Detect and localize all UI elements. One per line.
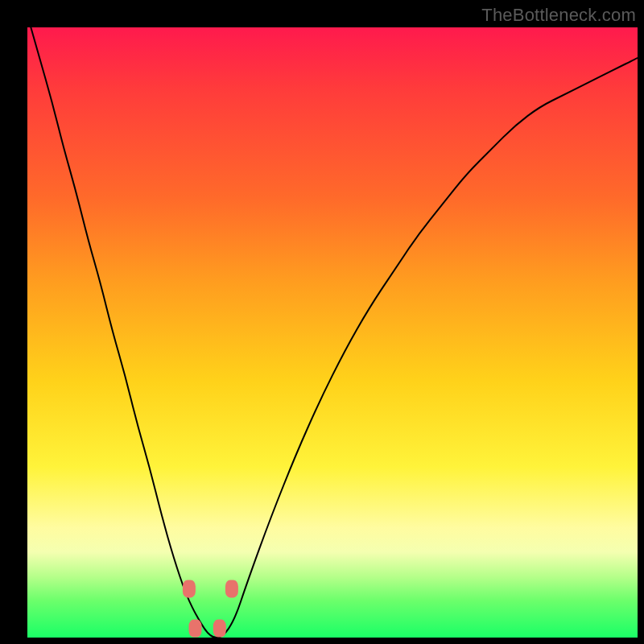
chart-frame: TheBottleneck.com [0,0,644,644]
bottleneck-curve-path [27,15,638,638]
chart-plot-area [27,27,638,638]
curve-marker [225,580,238,597]
curve-marker [213,620,226,638]
watermark-text: TheBottleneck.com [481,5,636,26]
curve-markers [183,580,238,637]
bottleneck-curve-svg [27,27,638,638]
curve-marker [183,580,196,597]
curve-marker [189,620,202,638]
